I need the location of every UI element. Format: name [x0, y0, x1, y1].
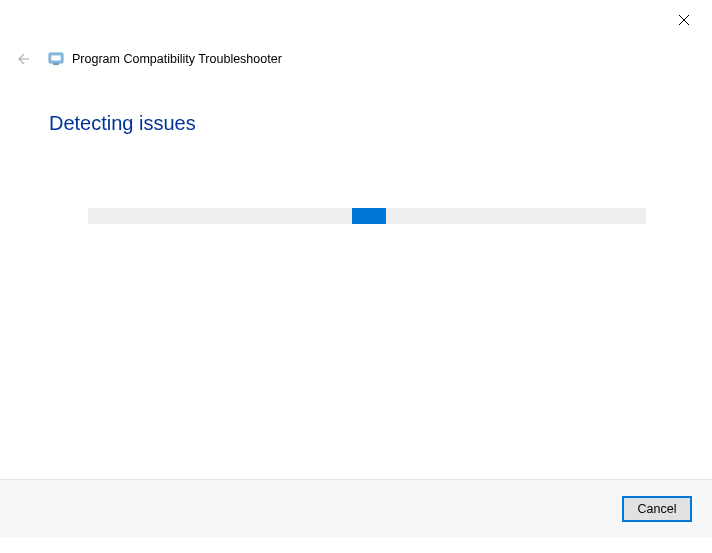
back-arrow-icon [15, 51, 31, 67]
window-title-wrap: Program Compatibility Troubleshooter [48, 51, 282, 67]
page-heading: Detecting issues [49, 112, 196, 135]
progress-indicator [352, 208, 386, 224]
svg-rect-4 [51, 55, 61, 61]
close-icon [678, 14, 690, 26]
window-title: Program Compatibility Troubleshooter [72, 52, 282, 66]
header-bar: Program Compatibility Troubleshooter [12, 48, 282, 70]
troubleshooter-icon [48, 51, 64, 67]
cancel-button[interactable]: Cancel [622, 496, 692, 522]
back-button [12, 48, 34, 70]
svg-rect-5 [53, 63, 59, 65]
progress-bar [88, 208, 646, 224]
footer-bar: Cancel [0, 479, 712, 537]
close-button[interactable] [674, 10, 694, 30]
